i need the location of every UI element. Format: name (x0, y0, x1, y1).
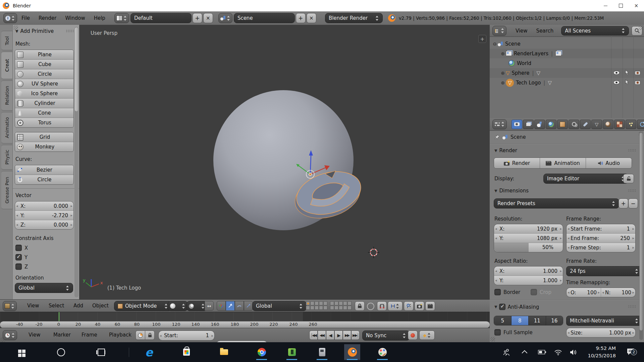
viewport-3d[interactable]: y x User Persp (1) Tech Logo + (79, 25, 490, 299)
checkbox-z[interactable] (15, 263, 22, 270)
timeline-playhead[interactable] (59, 312, 59, 321)
viewport-shading-selector[interactable] (168, 301, 188, 311)
add-primitive-panel-header[interactable]: ▼ Add Primitive (15, 28, 54, 34)
layers-widget[interactable] (306, 301, 352, 310)
viewport-menu-object[interactable]: Object (88, 303, 113, 309)
outliner-editor-type-selector[interactable] (492, 26, 506, 36)
add-bezier-button[interactable]: Bezier (15, 165, 73, 175)
tab-object[interactable] (557, 120, 568, 129)
rotate-manipulator-toggle[interactable] (235, 301, 244, 311)
render-button[interactable]: Render (494, 158, 540, 168)
add-cube-button[interactable]: Cube (15, 60, 73, 69)
outliner-menu-view[interactable]: View (511, 28, 532, 34)
visibility-eye-icon[interactable] (613, 80, 620, 86)
device-app-taskbar-button[interactable] (314, 344, 330, 360)
remap-old-field[interactable]: ◂O: 100▸ (567, 288, 601, 297)
add-ico-sphere-button[interactable]: Ico Sphere (15, 89, 73, 99)
resolution-y-field[interactable]: ◂Y:1080 px▸ (494, 234, 563, 243)
menu-file[interactable]: File (17, 15, 34, 21)
play-button[interactable]: ▶ (334, 330, 343, 340)
add-uv-sphere-button[interactable]: UV Sphere (15, 79, 73, 89)
auto-keyframe-button[interactable] (408, 330, 418, 340)
manipulator-axis-toggle[interactable] (217, 301, 226, 311)
menu-window[interactable]: Window (61, 15, 90, 21)
aa-samples-16[interactable]: 16 (546, 316, 563, 325)
border-checkbox-row[interactable]: Border (494, 289, 520, 295)
animation-button[interactable]: Animation (540, 158, 586, 168)
aspect-y-field[interactable]: ◂Y:1.000▸ (494, 276, 563, 285)
tab-render[interactable] (512, 120, 522, 129)
constraint-axis-y[interactable]: Y (15, 254, 28, 260)
selectability-cursor-icon[interactable] (625, 79, 629, 86)
volume-tray-icon[interactable] (567, 342, 580, 362)
outliner-scope-selector[interactable]: All Scenes (561, 26, 629, 36)
render-panel-grip[interactable] (628, 149, 636, 152)
screen-layout-icon-button[interactable] (114, 13, 129, 23)
tab-create[interactable]: Creat (1, 52, 13, 79)
outliner-corner-grip[interactable] (639, 25, 643, 30)
chrome-taskbar-button[interactable] (254, 344, 270, 360)
transform-orientation-selector[interactable]: Global (252, 301, 307, 311)
add-circle-button[interactable]: Circle (15, 69, 73, 79)
maximize-button[interactable] (613, 0, 629, 11)
timeline-canvas[interactable] (0, 312, 490, 321)
snap-toggle[interactable] (377, 301, 387, 311)
audio-button[interactable]: Audio (586, 158, 632, 168)
tab-physics[interactable]: Physic (1, 145, 13, 170)
region-plus-icon[interactable]: + (478, 35, 486, 43)
aspect-x-field[interactable]: ◂X:1.000▸ (494, 266, 563, 276)
properties-scrollbar[interactable] (639, 132, 643, 340)
expand-icon[interactable]: ⊕ (500, 70, 506, 76)
next-keyframe-button[interactable]: ▶▶ (343, 330, 351, 340)
cursor-3d[interactable] (368, 247, 379, 258)
expand-icon[interactable]: ⊕ (500, 80, 506, 85)
people-tray-icon[interactable] (500, 342, 513, 362)
lock-time-button[interactable] (145, 330, 155, 340)
tab-physics[interactable] (637, 120, 644, 129)
taskbar-clock[interactable]: 9:52 AM 10/25/2018 (579, 345, 616, 360)
render-panel-header[interactable]: ▼Render (494, 147, 517, 154)
remove-preset-button[interactable]: − (628, 198, 638, 208)
jump-to-start-button[interactable]: ⏐◀◀ (309, 330, 318, 340)
outliner-row-world[interactable]: World (490, 58, 644, 68)
delete-scene-button[interactable]: × (307, 13, 316, 23)
aa-panel-grip[interactable] (628, 305, 636, 308)
prev-keyframe-button[interactable]: ◀◀ (318, 330, 326, 340)
add-plane-button[interactable]: Plane (15, 50, 73, 60)
tab-modifiers[interactable] (580, 120, 591, 129)
anti-aliasing-panel-header[interactable]: ▼ Anti-Aliasing (494, 304, 539, 310)
add-cone-button[interactable]: Cone (15, 108, 73, 118)
display-lock-button[interactable] (623, 174, 634, 183)
scene-icon-button[interactable] (218, 13, 232, 23)
start-button[interactable] (13, 344, 29, 360)
tab-particles[interactable] (626, 120, 636, 129)
orientation-selector[interactable]: Global (15, 283, 73, 293)
aa-samples-5[interactable]: 5 (494, 316, 512, 325)
properties-editor-type-selector[interactable] (492, 119, 507, 129)
scene-selector[interactable]: Scene (234, 13, 295, 23)
translate-manipulator-toggle[interactable] (226, 301, 235, 311)
lock-to-scene-button[interactable] (355, 301, 365, 311)
start-frame-field[interactable]: ◂Start: 1▸ (158, 330, 215, 341)
outliner-menu-search[interactable]: Search (532, 28, 558, 34)
opengl-render-anim-button[interactable] (425, 301, 435, 311)
tab-animation[interactable]: Animatio (1, 112, 13, 143)
aa-size-field[interactable]: ◂Size: 1.000 px▸ (567, 328, 635, 337)
crop-checkbox[interactable] (531, 289, 537, 295)
renderability-camera-icon[interactable] (635, 80, 641, 86)
preview-range-button[interactable] (136, 330, 145, 340)
add-cylinder-button[interactable]: Cylinder (15, 99, 73, 108)
manipulate-center-points-toggle[interactable]: ↔ (205, 301, 214, 311)
store-taskbar-button[interactable] (178, 344, 195, 360)
outliner-row-sphere[interactable]: ⊕ ▽ Sphere | ▽ (490, 68, 644, 78)
add-curve-circle-button[interactable]: Circle (15, 175, 73, 184)
tab-constraints[interactable] (569, 120, 579, 129)
render-presets-selector[interactable]: Render Presets (494, 198, 619, 208)
wifi-tray-icon[interactable] (551, 342, 565, 362)
cortana-button[interactable] (53, 344, 69, 360)
add-preset-button[interactable]: + (619, 198, 628, 208)
dimensions-panel-header[interactable]: ▼Dimensions (494, 188, 529, 194)
outliner-row-scene[interactable]: ⊖ Scene (490, 39, 644, 49)
viewport-menu-view[interactable]: View (23, 303, 44, 309)
resolution-percentage-slider[interactable]: 50% (494, 243, 563, 252)
